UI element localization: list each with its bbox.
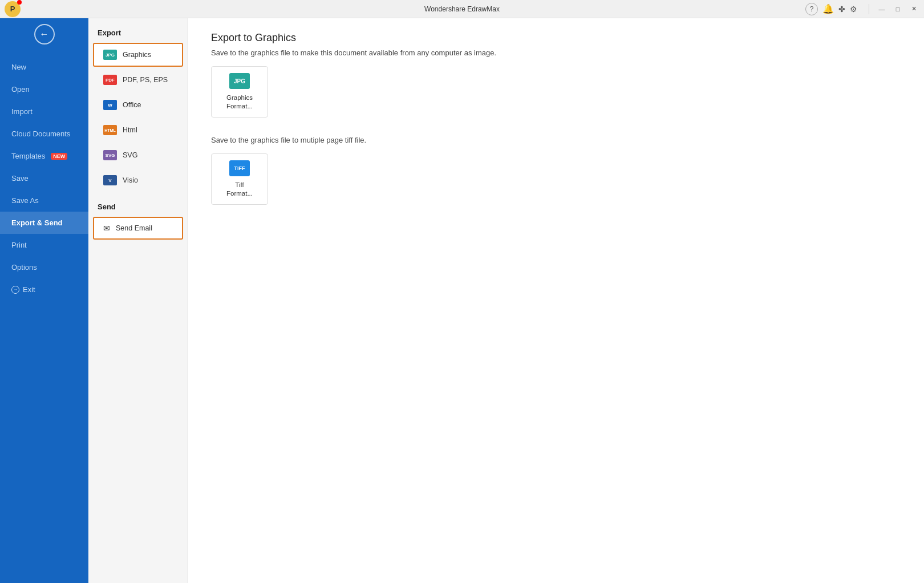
- formats-row-2: TIFF TiffFormat...: [211, 153, 901, 212]
- templates-new-badge: NEW: [51, 153, 67, 160]
- export-item-visio[interactable]: V Visio: [93, 168, 183, 192]
- sidebar-label-options: Options: [11, 263, 37, 272]
- visio-icon: V: [103, 175, 117, 185]
- export-label-visio: Visio: [123, 176, 138, 184]
- sidebar-item-cloud[interactable]: Cloud Documents: [0, 123, 88, 145]
- sidebar-item-templates[interactable]: Templates NEW: [0, 145, 88, 167]
- sidebar-label-open: Open: [11, 85, 30, 94]
- back-button[interactable]: ←: [34, 24, 55, 44]
- sidebar-item-open[interactable]: Open: [0, 78, 88, 100]
- help-icon[interactable]: ?: [805, 3, 818, 15]
- export-item-office[interactable]: W Office: [93, 93, 183, 117]
- notification-icon[interactable]: 🔔: [822, 3, 834, 14]
- sidebar-item-save[interactable]: Save: [0, 167, 88, 189]
- sidebar-label-save: Save: [11, 174, 29, 183]
- sidebar-item-save-as[interactable]: Save As: [0, 189, 88, 212]
- sidebar-item-import[interactable]: Import: [0, 100, 88, 123]
- sidebar-label-export-send: Export & Send: [11, 218, 63, 227]
- sidebar-label-cloud: Cloud Documents: [11, 129, 70, 138]
- description-2: Save to the graphics file to mutiple pag…: [211, 136, 901, 144]
- send-label-email: Send Email: [116, 224, 152, 232]
- format-card-graphics[interactable]: JPG GraphicsFormat...: [211, 66, 268, 118]
- user-settings-icon[interactable]: ⚙: [850, 5, 857, 14]
- maximize-button[interactable]: □: [892, 3, 903, 15]
- main-content: Export to Graphics Save to the graphics …: [188, 18, 924, 583]
- export-panel: Export JPG Graphics PDF PDF, PS, EPS W O…: [88, 18, 188, 583]
- send-section-title: Send: [88, 193, 188, 216]
- export-item-graphics[interactable]: JPG Graphics: [93, 43, 183, 67]
- pdf-icon: PDF: [103, 75, 117, 85]
- tiff-format-icon: TIFF: [229, 160, 250, 176]
- sidebar-item-new[interactable]: New: [0, 56, 88, 78]
- extensions-icon[interactable]: ✤: [838, 5, 845, 14]
- sidebar-label-print: Print: [11, 241, 27, 249]
- sidebar-label-new: New: [11, 63, 26, 71]
- close-button[interactable]: ✕: [908, 3, 919, 15]
- sidebar: ← New Open Import Cloud Documents Templa…: [0, 18, 88, 583]
- sidebar-item-print[interactable]: Print: [0, 234, 88, 256]
- profile-badge: [17, 0, 22, 5]
- export-label-office: Office: [123, 101, 141, 109]
- app-body: ← New Open Import Cloud Documents Templa…: [0, 18, 924, 583]
- formats-row-1: JPG GraphicsFormat...: [211, 66, 901, 124]
- sidebar-label-templates: Templates: [11, 152, 45, 160]
- sidebar-item-options[interactable]: Options: [0, 256, 88, 278]
- word-icon: W: [103, 100, 117, 110]
- export-item-svg[interactable]: SVG SVG: [93, 143, 183, 167]
- sidebar-label-save-as: Save As: [11, 196, 39, 205]
- exit-circle-icon: →: [11, 286, 19, 294]
- export-label-graphics: Graphics: [123, 51, 151, 59]
- jpg-icon: JPG: [103, 50, 117, 60]
- email-icon: ✉: [103, 224, 110, 233]
- sidebar-item-export-send[interactable]: Export & Send: [0, 212, 88, 234]
- description-1: Save to the graphics file to make this d…: [211, 48, 901, 57]
- title-bar: P Wondershare EdrawMax ? 🔔 ✤ ⚙ — □ ✕: [0, 0, 924, 18]
- sidebar-label-exit: Exit: [23, 285, 35, 294]
- export-label-pdf: PDF, PS, EPS: [123, 76, 168, 84]
- header-left-icons: P: [5, 1, 21, 17]
- export-label-html: Html: [123, 126, 137, 134]
- sidebar-item-exit[interactable]: → Exit: [0, 278, 88, 301]
- export-panel-title: Export: [88, 24, 188, 42]
- minimize-button[interactable]: —: [876, 3, 887, 15]
- export-item-html[interactable]: HTML Html: [93, 118, 183, 142]
- graphics-format-label: GraphicsFormat...: [226, 94, 253, 111]
- graphics-format-icon: JPG: [229, 73, 250, 89]
- send-item-email[interactable]: ✉ Send Email: [93, 217, 183, 240]
- tiff-format-label: TiffFormat...: [226, 181, 253, 198]
- page-title: Export to Graphics: [211, 32, 901, 44]
- format-card-tiff[interactable]: TIFF TiffFormat...: [211, 153, 268, 205]
- profile-icon[interactable]: P: [5, 1, 21, 17]
- export-label-svg: SVG: [123, 151, 137, 159]
- app-title: Wondershare EdrawMax: [424, 5, 500, 13]
- sidebar-back: ←: [0, 24, 88, 44]
- html-icon: HTML: [103, 125, 117, 135]
- svg-icon: SVG: [103, 150, 117, 160]
- tiff-section: Save to the graphics file to mutiple pag…: [211, 136, 901, 212]
- export-item-pdf[interactable]: PDF PDF, PS, EPS: [93, 68, 183, 92]
- sidebar-label-import: Import: [11, 107, 33, 116]
